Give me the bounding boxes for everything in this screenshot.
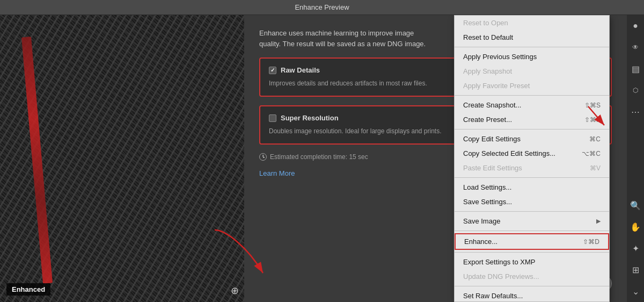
menu-item-label-copy-selected-edit-settings: Copy Selected Edit Settings... bbox=[463, 149, 555, 157]
context-menu-list: Reset to OpenReset to DefaultApply Previ… bbox=[455, 16, 609, 302]
menu-item-copy-edit-settings[interactable]: Copy Edit Settings⌘C bbox=[455, 132, 609, 146]
menu-item-label-paste-edit-settings: Paste Edit Settings bbox=[463, 164, 522, 172]
layers-sidebar-icon[interactable]: ▤ bbox=[629, 62, 642, 75]
dialog-title: Enhance Preview bbox=[295, 3, 349, 11]
menu-separator bbox=[455, 129, 609, 130]
enhanced-label: Enhanced bbox=[6, 283, 50, 296]
menu-item-save-image[interactable]: Save Image▶ bbox=[455, 214, 609, 228]
right-sidebar: ● 👁 ▤ ⬡ ⋯ 🔍 ✋ ✦ ⊞ ⌄ bbox=[627, 15, 644, 302]
menu-item-set-raw-defaults[interactable]: Set Raw Defaults... bbox=[455, 289, 609, 302]
menu-item-apply-snapshot: Apply Snapshot bbox=[455, 64, 609, 78]
super-resolution-label: Super Resolution bbox=[281, 114, 339, 122]
menu-shortcut-enhance: ⇧⌘D bbox=[583, 238, 599, 246]
menu-item-create-snapshot[interactable]: Create Snapshot...⇧⌘S bbox=[455, 98, 609, 112]
menu-item-label-enhance: Enhance... bbox=[464, 238, 497, 246]
super-resolution-checkbox[interactable] bbox=[269, 114, 276, 122]
main-layout: Enhanced ⊕ Enhance uses machine learning… bbox=[0, 15, 644, 302]
menu-item-label-apply-favorite-preset: Apply Favorite Preset bbox=[463, 82, 530, 90]
search-sidebar-icon[interactable]: 🔍 bbox=[629, 199, 642, 212]
menu-item-label-load-settings: Load Settings... bbox=[463, 183, 511, 191]
menu-shortcut-create-preset: ⇧⌘P bbox=[584, 116, 601, 124]
menu-item-load-settings[interactable]: Load Settings... bbox=[455, 180, 609, 195]
menu-item-copy-selected-edit-settings[interactable]: Copy Selected Edit Settings...⌥⌘C bbox=[455, 146, 609, 161]
brush-sidebar-icon[interactable]: ⬡ bbox=[629, 84, 642, 97]
menu-separator bbox=[455, 286, 609, 286]
menu-item-label-apply-previous-settings: Apply Previous Settings bbox=[463, 53, 537, 61]
hand-sidebar-icon[interactable]: ✋ bbox=[629, 220, 642, 233]
submenu-arrow-save-image: ▶ bbox=[596, 218, 601, 225]
menu-separator bbox=[455, 211, 609, 212]
menu-item-label-create-preset: Create Preset... bbox=[463, 116, 512, 124]
menu-item-label-reset-to-default: Reset to Default bbox=[463, 33, 513, 41]
menu-item-label-export-settings-to-xmp: Export Settings to XMP bbox=[463, 258, 535, 266]
menu-shortcut-create-snapshot: ⇧⌘S bbox=[584, 102, 601, 109]
context-menu-dropdown: Reset to OpenReset to DefaultApply Previ… bbox=[454, 15, 610, 302]
menu-shortcut-copy-selected-edit-settings: ⌥⌘C bbox=[582, 150, 601, 157]
menu-item-label-create-snapshot: Create Snapshot... bbox=[463, 101, 521, 109]
clock-icon bbox=[259, 153, 267, 161]
menu-separator bbox=[455, 231, 609, 231]
menu-separator bbox=[455, 95, 609, 96]
eye-sidebar-icon[interactable]: 👁 bbox=[629, 41, 642, 54]
time-estimate-text: Estimated completion time: 15 sec bbox=[270, 153, 368, 161]
menu-item-export-settings-to-xmp[interactable]: Export Settings to XMP bbox=[455, 255, 609, 269]
raw-details-checkbox[interactable] bbox=[269, 67, 276, 74]
menu-item-paste-edit-settings: Paste Edit Settings⌘V bbox=[455, 161, 609, 175]
menu-item-reset-to-open: Reset to Open bbox=[455, 16, 609, 30]
zoom-icon[interactable]: ⊕ bbox=[231, 285, 239, 297]
menu-item-label-reset-to-open: Reset to Open bbox=[463, 19, 508, 27]
menu-item-label-apply-snapshot: Apply Snapshot bbox=[463, 67, 512, 75]
title-bar: Enhance Preview bbox=[0, 0, 644, 15]
menu-item-label-set-raw-defaults: Set Raw Defaults... bbox=[463, 292, 523, 300]
effects-sidebar-icon[interactable]: ✦ bbox=[629, 242, 642, 255]
circle-sidebar-icon[interactable]: ● bbox=[629, 19, 642, 32]
chevron-down-sidebar-icon[interactable]: ⌄ bbox=[629, 285, 642, 298]
menu-separator bbox=[455, 47, 609, 47]
menu-item-update-dng-previews: Update DNG Previews... bbox=[455, 269, 609, 284]
menu-separator bbox=[455, 252, 609, 253]
image-preview: Enhanced ⊕ bbox=[0, 15, 244, 302]
grid-sidebar-icon[interactable]: ⊞ bbox=[629, 263, 642, 276]
menu-shortcut-paste-edit-settings: ⌘V bbox=[590, 164, 601, 172]
menu-item-label-copy-edit-settings: Copy Edit Settings bbox=[463, 135, 521, 143]
menu-separator bbox=[455, 177, 609, 178]
menu-item-reset-to-default[interactable]: Reset to Default bbox=[455, 30, 609, 45]
menu-item-label-update-dng-previews: Update DNG Previews... bbox=[463, 272, 539, 281]
dialog-description: Enhance uses machine learning to improve… bbox=[259, 28, 431, 49]
preview-image-canvas bbox=[0, 15, 244, 302]
menu-item-label-save-settings: Save Settings... bbox=[463, 198, 512, 206]
menu-item-save-settings[interactable]: Save Settings... bbox=[455, 195, 609, 209]
more-sidebar-icon[interactable]: ⋯ bbox=[629, 105, 642, 118]
menu-shortcut-copy-edit-settings: ⌘C bbox=[589, 135, 601, 143]
raw-details-label: Raw Details bbox=[281, 66, 320, 74]
dialog-wrapper: Enhanced ⊕ Enhance uses machine learning… bbox=[0, 15, 627, 302]
menu-item-label-save-image: Save Image bbox=[463, 217, 500, 225]
menu-item-create-preset[interactable]: Create Preset...⇧⌘P bbox=[455, 112, 609, 127]
menu-item-apply-previous-settings[interactable]: Apply Previous Settings bbox=[455, 49, 609, 64]
menu-item-apply-favorite-preset: Apply Favorite Preset bbox=[455, 78, 609, 93]
menu-item-enhance[interactable]: Enhance...⇧⌘D bbox=[455, 233, 609, 250]
